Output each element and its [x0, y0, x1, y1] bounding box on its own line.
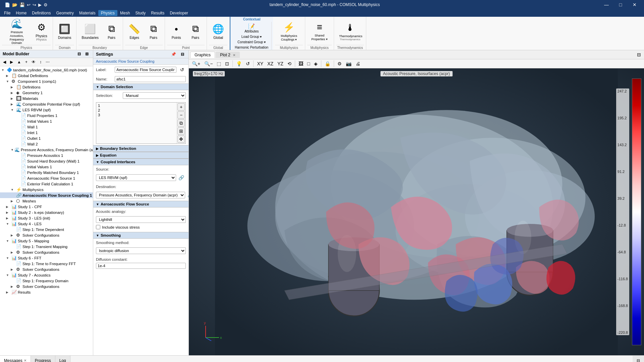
- coupled-interfaces-section[interactable]: ▼ Coupled Interfaces: [93, 159, 189, 165]
- settings-gfx-btn[interactable]: ⚙: [336, 60, 343, 67]
- tree-item-inlet1[interactable]: 📄Inlet 1: [0, 130, 93, 135]
- sort-btn[interactable]: ↕: [38, 59, 43, 65]
- save-button[interactable]: 💾: [19, 2, 25, 8]
- tree-item-study7[interactable]: ▼📊Study 7 - Acoustics: [0, 272, 93, 278]
- up-btn[interactable]: ▲: [15, 59, 23, 65]
- destination-link-btn[interactable]: 🔗: [186, 191, 189, 199]
- ribbon-btn-points[interactable]: • Points: [167, 18, 185, 45]
- tab-messages[interactable]: Messages ✕: [0, 356, 31, 362]
- tree-item-cpf[interactable]: ▶🌊Compressible Potential Flow (cpf): [0, 101, 93, 107]
- graphics-expand-btn[interactable]: ⊟: [635, 51, 643, 58]
- menu-developer[interactable]: Developer: [167, 10, 191, 16]
- tree-item-wall1[interactable]: 📄Wall 1: [0, 124, 93, 130]
- tree-item-geom1[interactable]: ▶◈Geometry 1: [0, 90, 93, 96]
- tree-item-comp1[interactable]: ▼⚙Component 1 (comp1): [0, 78, 93, 84]
- model-builder-collapse-btn[interactable]: ⊟: [76, 51, 83, 57]
- tree-item-initial_vals[interactable]: 📄Initial Values 1: [0, 118, 93, 124]
- tab-graphics[interactable]: Graphics: [190, 52, 215, 58]
- model-builder-expand-btn[interactable]: ⊞: [84, 51, 90, 57]
- equation-section[interactable]: ▶ Equation: [93, 152, 189, 159]
- tree-item-study6[interactable]: ▼📊Study 6 - FFT: [0, 255, 93, 261]
- tree-item-study1[interactable]: ▶📊Study 1 - CPF: [0, 204, 93, 209]
- ribbon-btn-shared-properties[interactable]: ≡ Shared Properties ▾: [307, 18, 332, 45]
- settings-collapse-btn[interactable]: ⊟: [179, 51, 186, 58]
- tree-item-multiphysics[interactable]: ▼⚡Multiphysics: [0, 187, 93, 192]
- label-field-input[interactable]: [115, 67, 176, 73]
- name-field-input[interactable]: [115, 76, 186, 82]
- include-viscous-checkbox[interactable]: [96, 225, 100, 229]
- tree-item-pa1[interactable]: 📄Pressure Acoustics 1: [0, 153, 93, 158]
- tree-item-solver_cfg4a[interactable]: ▶⚙Solver Configurations: [0, 232, 93, 238]
- minimize-button[interactable]: —: [600, 0, 613, 9]
- acoustic-analogy-dropdown[interactable]: Lighthill: [96, 216, 186, 223]
- menu-physics[interactable]: Physics: [98, 10, 117, 16]
- menu-geometry[interactable]: Geometry: [53, 10, 76, 16]
- aeroacoustic-source-section[interactable]: ▼ Aeroacoustic Flow Source: [93, 201, 189, 207]
- lock-btn[interactable]: 🔒: [323, 60, 332, 67]
- scene-light-btn[interactable]: 💡: [234, 60, 244, 67]
- tree-item-les_rbvm[interactable]: ▼🌊LES RBVM (spf): [0, 107, 93, 113]
- open-button[interactable]: 📂: [11, 2, 18, 8]
- compute-button[interactable]: ▶: [38, 2, 42, 8]
- selection-item-1[interactable]: 1: [97, 103, 176, 108]
- destination-dropdown[interactable]: Pressure Acoustics, Frequency Domain (ac…: [96, 192, 185, 198]
- tab-plot2-close[interactable]: ✕: [233, 53, 235, 57]
- ribbon-btn-multiphysics[interactable]: ⚡ Multiphysics Couplings ▾: [275, 18, 303, 45]
- render-mode-btn[interactable]: 🖼: [297, 60, 305, 67]
- ribbon-btn-domains[interactable]: 🔲 Domains: [55, 18, 74, 45]
- tree-item-afs1[interactable]: 📄Aeroacoustic Flow Source 1: [0, 175, 93, 181]
- close-button[interactable]: ✕: [628, 0, 641, 9]
- ribbon-btn-thermodynamics[interactable]: 🌡 Thermodynamics Thermodynamics: [336, 18, 364, 45]
- tree-item-root[interactable]: ▼🔷tandem_cylinder_flow_noise_60.mph (roo…: [0, 67, 93, 73]
- tree-item-step_fd[interactable]: 📄Step 1: Frequency Domain: [0, 278, 93, 284]
- settings-qa-button[interactable]: ⚙: [43, 2, 48, 8]
- label-refresh-btn[interactable]: ↺: [178, 66, 186, 73]
- ribbon-btn-pressure-acoustics[interactable]: 🌊 Pressure Acoustics, Frequency Domain: [2, 18, 32, 45]
- tree-item-iv1[interactable]: 📄Initial Values 1: [0, 164, 93, 170]
- ribbon-btn-harmonic-perturbation[interactable]: Harmonic Perturbation: [233, 45, 270, 50]
- ribbon-btn-pairs-point[interactable]: ⧉ Pairs: [186, 18, 205, 45]
- tree-item-afsc1[interactable]: 🔗Aeroacoustic Flow Source Coupling 1 (af…: [0, 192, 93, 198]
- tree-item-efc1[interactable]: 📄Exterior Field Calculation 1: [0, 181, 93, 187]
- ribbon-btn-constraint-group[interactable]: Constraint Group ▾: [233, 40, 270, 45]
- settings-pin-btn[interactable]: 📌: [169, 51, 178, 58]
- add-node-btn[interactable]: +: [23, 59, 29, 65]
- rotate-btn[interactable]: ↺: [244, 60, 252, 67]
- view-xy-btn[interactable]: XY: [255, 60, 265, 67]
- back-btn[interactable]: ◀: [1, 59, 8, 65]
- tree-item-solver_cfg5[interactable]: ▶⚙Solver Configurations: [0, 249, 93, 255]
- camera-btn[interactable]: 📷: [344, 60, 353, 67]
- new-button[interactable]: 📄: [4, 2, 11, 8]
- tree-item-study4[interactable]: ▼📊Study 4 - LES: [0, 221, 93, 227]
- quality-btn[interactable]: ◈: [312, 60, 319, 67]
- tree-item-study2[interactable]: ▶📊Study 2 - k-eps (stationary): [0, 209, 93, 215]
- zoom-extent-btn[interactable]: ⊡: [223, 60, 231, 67]
- remove-selection-btn[interactable]: −: [177, 111, 185, 119]
- selection-dropdown[interactable]: Manual: [123, 92, 186, 99]
- tree-item-shb1[interactable]: 📄Sound Hard Boundary (Wall) 1: [0, 158, 93, 164]
- paste-selection-btn[interactable]: ⧉: [177, 119, 185, 127]
- menu-materials[interactable]: Materials: [76, 10, 98, 16]
- domain-selection-section[interactable]: ▼ Domain Selection: [93, 83, 189, 90]
- tree-item-fluid_props[interactable]: 📄Fluid Properties 1: [0, 113, 93, 118]
- menu-mesh[interactable]: Mesh: [117, 10, 132, 16]
- view-xz-btn[interactable]: XZ: [266, 60, 275, 67]
- ribbon-btn-pairs-boundary[interactable]: ⧉ Pairs: [102, 18, 121, 45]
- menu-file[interactable]: File: [1, 10, 13, 16]
- tree-item-meshes[interactable]: ▶⬡Meshes: [0, 198, 93, 204]
- tab-log[interactable]: Log: [55, 356, 70, 362]
- menu-results[interactable]: Results: [148, 10, 167, 16]
- graphics-viewport[interactable]: freq(25)=170 Hz Acoustic Pressure, Isosu…: [189, 68, 644, 355]
- tree-item-solver_cfg6[interactable]: ▶⚙Solver Configurations: [0, 266, 93, 272]
- redo-button[interactable]: ↪: [32, 2, 37, 8]
- tree-item-materials[interactable]: ▶🔲Materials: [0, 96, 93, 101]
- tree-item-wall2[interactable]: 📄Wall 2: [0, 141, 93, 147]
- tree-item-step_tm[interactable]: 📄Step 1: Transient Mapping: [0, 244, 93, 249]
- add-selection-btn[interactable]: +: [177, 103, 185, 111]
- view-yz-btn[interactable]: YZ: [276, 60, 285, 67]
- zoom-in-btn[interactable]: 🔍+: [190, 60, 202, 67]
- ribbon-btn-load-group[interactable]: Load Group ▾: [233, 34, 270, 39]
- tree-item-study5[interactable]: ▼📊Study 5 - Mapping: [0, 238, 93, 244]
- tree-item-solver_cfg7[interactable]: ▶⚙Solver Configurations: [0, 284, 93, 289]
- print-btn[interactable]: 🖨: [354, 60, 362, 67]
